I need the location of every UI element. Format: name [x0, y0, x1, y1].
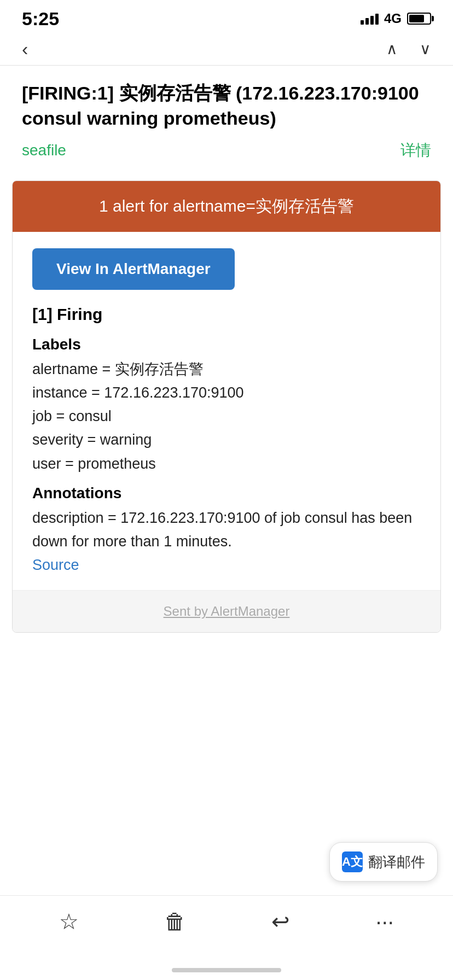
bottom-toolbar: ☆ 🗑 ↩ ··· — [0, 895, 453, 947]
battery-icon — [407, 13, 431, 25]
firing-title: [1] Firing — [32, 305, 421, 324]
footer-text: Sent by AlertManager — [164, 604, 290, 619]
annotations-section-title: Annotations — [32, 485, 421, 502]
alert-banner: 1 alert for alertname=实例存活告警 — [13, 181, 440, 232]
view-alertmanager-button[interactable]: View In AlertManager — [32, 248, 235, 290]
reply-button[interactable]: ↩ — [260, 905, 301, 938]
translate-button[interactable]: A文 翻译邮件 — [329, 842, 438, 882]
signal-4g-label: 4G — [384, 11, 402, 26]
status-time: 5:25 — [22, 8, 59, 30]
label-alertname: alertname = 实例存活告警 — [32, 358, 421, 381]
status-icons: 4G — [361, 11, 431, 26]
annotation-description: description = 172.16.223.170:9100 of job… — [32, 506, 421, 553]
email-card: 1 alert for alertname=实例存活告警 View In Ale… — [12, 180, 441, 633]
email-title: [FIRING:1] 实例存活告警 (172.16.223.170:9100 c… — [22, 81, 431, 131]
email-header: [FIRING:1] 实例存活告警 (172.16.223.170:9100 c… — [0, 66, 453, 170]
more-button[interactable]: ··· — [365, 905, 405, 938]
source-link[interactable]: Source — [32, 557, 421, 574]
email-footer: Sent by AlertManager — [13, 590, 440, 632]
trash-button[interactable]: 🗑 — [153, 905, 197, 938]
nav-bar: ‹ ∧ ∨ — [0, 33, 453, 66]
home-indicator — [172, 968, 281, 972]
status-bar: 5:25 4G — [0, 0, 453, 33]
signal-bars-icon — [361, 13, 379, 25]
email-detail-link[interactable]: 详情 — [400, 140, 431, 161]
email-sender: seafile — [22, 142, 66, 159]
label-job: job = consul — [32, 405, 421, 428]
label-severity: severity = warning — [32, 428, 421, 452]
up-arrow-button[interactable]: ∧ — [386, 40, 398, 58]
down-arrow-button[interactable]: ∨ — [420, 40, 431, 58]
card-body: View In AlertManager [1] Firing Labels a… — [13, 232, 440, 590]
alert-banner-text: 1 alert for alertname=实例存活告警 — [99, 197, 354, 215]
label-user: user = prometheus — [32, 452, 421, 476]
star-button[interactable]: ☆ — [48, 905, 90, 938]
label-instance: instance = 172.16.223.170:9100 — [32, 381, 421, 405]
nav-arrows: ∧ ∨ — [386, 40, 431, 58]
email-meta: seafile 详情 — [22, 140, 431, 161]
translate-label: 翻译邮件 — [368, 853, 425, 872]
translate-icon: A文 — [342, 851, 363, 872]
back-button[interactable]: ‹ — [22, 38, 28, 60]
labels-section-title: Labels — [32, 336, 421, 353]
